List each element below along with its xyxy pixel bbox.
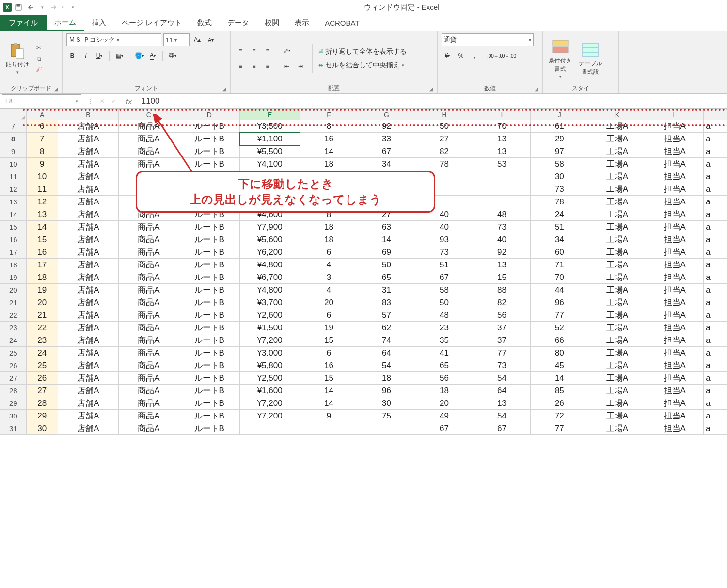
- cell[interactable]: 8: [26, 145, 58, 158]
- cell[interactable]: 20: [300, 296, 358, 309]
- cell[interactable]: 店舗A: [58, 385, 118, 397]
- tab-formulas[interactable]: 数式: [190, 15, 220, 31]
- cell[interactable]: 61: [531, 120, 588, 133]
- tab-home[interactable]: ホーム: [47, 15, 84, 31]
- cell[interactable]: ルートB: [179, 233, 239, 246]
- cell[interactable]: 店舗A: [58, 246, 118, 259]
- cell[interactable]: 商品A: [118, 385, 179, 397]
- cell[interactable]: 24: [531, 208, 588, 221]
- cell[interactable]: 13: [473, 133, 531, 145]
- cell[interactable]: 担当A: [646, 170, 704, 183]
- cell[interactable]: ¥7,200: [239, 410, 300, 422]
- cell[interactable]: ¥6,200: [239, 246, 300, 259]
- cell[interactable]: 14: [26, 221, 58, 233]
- cell[interactable]: 40: [415, 208, 473, 221]
- cell[interactable]: 18: [300, 221, 358, 233]
- cell[interactable]: ¥7,200: [239, 334, 300, 347]
- cell[interactable]: 60: [531, 246, 588, 259]
- cell[interactable]: a: [704, 296, 727, 309]
- cell[interactable]: ルートB: [179, 372, 239, 385]
- cell[interactable]: 担当A: [646, 334, 704, 347]
- cell[interactable]: 工場A: [588, 259, 646, 271]
- cell[interactable]: a: [704, 284, 727, 296]
- cell[interactable]: 工場A: [588, 397, 646, 410]
- cell[interactable]: a: [704, 246, 727, 259]
- number-format-combo[interactable]: 通貨▾: [442, 33, 534, 46]
- cell[interactable]: 店舗A: [58, 158, 118, 170]
- column-header-C[interactable]: C: [118, 109, 179, 120]
- cell[interactable]: 店舗A: [58, 133, 118, 145]
- tab-review[interactable]: 校閲: [257, 15, 287, 31]
- decrease-decimal-button[interactable]: .0→.00: [503, 50, 514, 62]
- cell[interactable]: a: [704, 397, 727, 410]
- tab-page-layout[interactable]: ページ レイアウト: [114, 15, 190, 31]
- cell[interactable]: [300, 196, 358, 208]
- cell[interactable]: a: [704, 120, 727, 133]
- cell[interactable]: 商品A: [118, 221, 179, 233]
- cell[interactable]: 54: [358, 359, 415, 372]
- cell[interactable]: 73: [473, 221, 531, 233]
- cell[interactable]: 担当A: [646, 158, 704, 170]
- cell[interactable]: 54: [473, 372, 531, 385]
- cell[interactable]: 14: [300, 397, 358, 410]
- cell[interactable]: 工場A: [588, 133, 646, 145]
- cell[interactable]: 82: [473, 296, 531, 309]
- cell[interactable]: 93: [415, 233, 473, 246]
- cell[interactable]: 工場A: [588, 183, 646, 196]
- cell[interactable]: 商品A: [118, 233, 179, 246]
- cell[interactable]: 商品A: [118, 397, 179, 410]
- cell[interactable]: 67: [473, 422, 531, 435]
- cell[interactable]: 30: [531, 170, 588, 183]
- cell[interactable]: ¥4,600: [239, 208, 300, 221]
- cell[interactable]: ¥3,000: [239, 347, 300, 359]
- cell[interactable]: 69: [358, 246, 415, 259]
- cell[interactable]: [358, 183, 415, 196]
- cell[interactable]: 工場A: [588, 359, 646, 372]
- cell[interactable]: 工場A: [588, 120, 646, 133]
- cell[interactable]: 14: [300, 145, 358, 158]
- cell[interactable]: 工場A: [588, 208, 646, 221]
- cell[interactable]: [179, 196, 239, 208]
- cell[interactable]: 13: [473, 397, 531, 410]
- accounting-format-button[interactable]: ¥▾: [442, 50, 453, 62]
- cell[interactable]: ¥1,500: [239, 322, 300, 334]
- cell[interactable]: 商品A: [118, 145, 179, 158]
- cell[interactable]: 16: [26, 246, 58, 259]
- cell[interactable]: a: [704, 372, 727, 385]
- row-header[interactable]: 25: [0, 347, 27, 359]
- spreadsheet-grid[interactable]: ◢ABCDEFGHIJKL 76店舗A商品AルートB¥3,50089250706…: [0, 109, 727, 435]
- cell[interactable]: ¥3,500: [239, 120, 300, 133]
- cell[interactable]: 70: [531, 271, 588, 284]
- cell[interactable]: 15: [26, 233, 58, 246]
- cell[interactable]: 18: [415, 385, 473, 397]
- cancel-formula-button[interactable]: ✕: [100, 98, 105, 105]
- cell[interactable]: 48: [473, 208, 531, 221]
- cell[interactable]: ¥4,800: [239, 259, 300, 271]
- cell[interactable]: ルートB: [179, 322, 239, 334]
- cell[interactable]: 83: [358, 296, 415, 309]
- cell[interactable]: 65: [415, 359, 473, 372]
- cell[interactable]: ¥2,600: [239, 309, 300, 322]
- column-header-G[interactable]: G: [358, 109, 415, 120]
- cell[interactable]: 50: [415, 120, 473, 133]
- cell[interactable]: 商品A: [118, 309, 179, 322]
- cell[interactable]: 15: [473, 271, 531, 284]
- cell[interactable]: ルートB: [179, 158, 239, 170]
- cell[interactable]: 担当A: [646, 309, 704, 322]
- number-dialog-launcher[interactable]: ◢: [535, 86, 538, 92]
- cell[interactable]: 19: [26, 284, 58, 296]
- fill-color-button[interactable]: 🪣▾: [133, 50, 145, 62]
- tab-view[interactable]: 表示: [287, 15, 317, 31]
- cell[interactable]: 工場A: [588, 334, 646, 347]
- cell[interactable]: 担当A: [646, 372, 704, 385]
- cell[interactable]: 27: [358, 208, 415, 221]
- cell[interactable]: 担当A: [646, 208, 704, 221]
- align-top-button[interactable]: ≡: [235, 45, 246, 57]
- italic-button[interactable]: I: [80, 50, 92, 62]
- cell[interactable]: 担当A: [646, 296, 704, 309]
- cell[interactable]: 商品A: [118, 208, 179, 221]
- align-bottom-button[interactable]: ≡: [262, 45, 273, 57]
- cell[interactable]: ルートB: [179, 397, 239, 410]
- cell[interactable]: a: [704, 133, 727, 145]
- cell[interactable]: 52: [531, 322, 588, 334]
